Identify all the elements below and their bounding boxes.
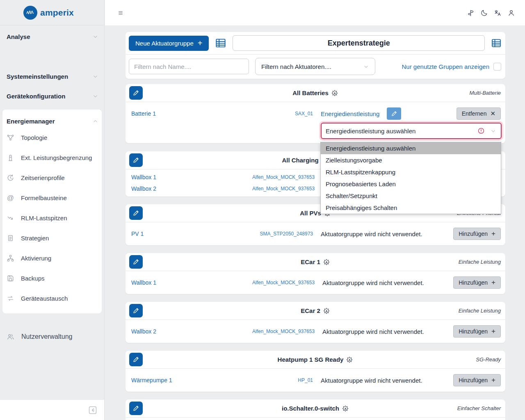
- filter-name-input[interactable]: [129, 59, 249, 74]
- actuator-name-link[interactable]: Wallbox 2: [131, 185, 252, 192]
- dropdown-option[interactable]: Prognosebasiertes Laden: [321, 178, 501, 190]
- only-used-groups-label[interactable]: Nur genutzte Gruppen anzeigen: [402, 63, 489, 70]
- dropdown-option[interactable]: RLM-Lastspitzenkappung: [321, 166, 501, 178]
- filter-actuators-select[interactable]: Filtern nach Aktuatoren....: [255, 58, 375, 75]
- group-body: Wärmepumpe 1 HP_01 Aktuatorgruppe wird n…: [126, 369, 505, 392]
- gear-a-badge-icon: [342, 405, 349, 412]
- actuator-name-link[interactable]: Wallbox 1: [131, 279, 252, 286]
- dropdown-option[interactable]: Schalter/Setzpunkt: [321, 190, 501, 202]
- group-card-ecar-2: ECar 2 Einfache Leistung Wallbox 2 Alfen…: [126, 302, 505, 343]
- sidebar-footer: [0, 400, 104, 420]
- group-card-ecar-1: ECar 1 Einfache Leistung Wallbox 1 Alfen…: [126, 253, 505, 294]
- actuator-row: Wallbox 1 Alfen_Mock_MOCK_937653 Aktuato…: [131, 275, 501, 290]
- close-icon: ✕: [490, 110, 495, 117]
- add-button[interactable]: Hinzufügen +: [453, 276, 501, 289]
- pencil-icon: [132, 89, 139, 96]
- collapse-sidebar-icon[interactable]: [88, 405, 98, 415]
- group-status-text: Aktuatorgruppe wird nicht verwendet.: [322, 279, 424, 286]
- formula-icon: @: [7, 194, 14, 202]
- sidebar-section-systemeinstellungen[interactable]: Systemeinstellungen: [0, 70, 104, 83]
- device-id-link[interactable]: SAX_01: [252, 111, 313, 116]
- topbar-icons: [467, 9, 515, 17]
- remove-button[interactable]: Entfernen ✕: [457, 107, 501, 120]
- dropdown-option[interactable]: Zielleistungsvorgabe: [321, 154, 501, 166]
- pencil-icon: [391, 110, 397, 117]
- sidebar-section-analyse[interactable]: Analyse: [0, 30, 104, 43]
- group-type-label: Einfache Leistung: [456, 259, 501, 265]
- dark-mode-moon-icon[interactable]: [480, 9, 488, 17]
- load-peak-arrow-icon: [7, 214, 14, 222]
- group-header: ECar 1 Einfache Leistung: [126, 253, 505, 271]
- edit-group-button[interactable]: [129, 206, 143, 220]
- edit-group-button[interactable]: [129, 304, 143, 317]
- actuator-name-link[interactable]: Wallbox 2: [131, 328, 252, 335]
- sidebar-item-backups[interactable]: Backups: [2, 268, 102, 288]
- new-actuator-group-button[interactable]: Neue Aktuatorgruppe +: [129, 36, 209, 51]
- sidebar-item-topologie[interactable]: Topologie: [2, 128, 102, 148]
- pencil-icon: [132, 258, 139, 265]
- group-title: io.Schalter.0-switch: [126, 405, 505, 412]
- actuator-row: PV 1 SMA_STP2050_248973 Aktuatorgruppe w…: [131, 226, 501, 241]
- actuator-name-link[interactable]: Batterie 1: [131, 110, 252, 117]
- logo: amperix: [0, 0, 104, 25]
- menu-icon[interactable]: [118, 9, 124, 16]
- add-button[interactable]: Hinzufügen +: [453, 325, 501, 338]
- actuator-name-link[interactable]: PV 1: [131, 231, 252, 237]
- sidebar-item-geraeteaustausch[interactable]: Geräteaustausch: [2, 288, 102, 308]
- device-id-link[interactable]: HP_01: [252, 377, 313, 383]
- sidebar-item-ext-leistungsbegrenzung[interactable]: Ext. Leistungsbegrenzung: [2, 148, 102, 168]
- user-account-icon[interactable]: [507, 9, 515, 17]
- edit-group-button[interactable]: [129, 353, 143, 366]
- group-title: Heatpump 1 SG Ready: [126, 356, 505, 363]
- strategy-name-input[interactable]: [233, 35, 485, 51]
- energy-service-select[interactable]: Energiedienstleistung auswählen: [321, 123, 502, 139]
- device-id-link[interactable]: Alfen_Mock_MOCK_937653: [252, 186, 315, 192]
- device-id-link[interactable]: Alfen_Mock_MOCK_937653: [252, 280, 315, 285]
- sidebar-item-zeitserienprofile[interactable]: Zeitserienprofile: [2, 168, 102, 188]
- device-id-link[interactable]: SMA_STP2050_248973: [252, 231, 313, 237]
- device-id-link[interactable]: Alfen_Mock_MOCK_937653: [252, 174, 315, 180]
- edit-service-button[interactable]: [387, 107, 401, 120]
- strategies-document-icon: [7, 234, 14, 242]
- brand-name: amperix: [40, 8, 74, 18]
- group-card-heatpump-1: Heatpump 1 SG Ready SG-Ready Wärmepumpe …: [126, 351, 505, 392]
- table-view-icon[interactable]: [215, 37, 227, 49]
- language-translate-icon[interactable]: [494, 9, 502, 17]
- edit-group-button[interactable]: [129, 86, 143, 100]
- sidebar-section-energiemanager[interactable]: Energiemanager: [2, 114, 102, 128]
- group-card-all-batteries: All Batteries Multi-Batterie Batterie 1 …: [126, 84, 505, 143]
- only-used-groups: Nur genutzte Gruppen anzeigen: [402, 63, 501, 71]
- chevron-down-icon: [92, 73, 98, 80]
- group-body: PV 1 SMA_STP2050_248973 Aktuatorgruppe w…: [126, 222, 505, 245]
- sidebar-section-geraetekonfiguration[interactable]: Gerätekonfiguration: [0, 89, 104, 103]
- add-button[interactable]: Hinzufügen +: [453, 374, 501, 386]
- edit-group-button[interactable]: [129, 153, 143, 167]
- only-used-groups-checkbox[interactable]: [493, 63, 501, 71]
- energy-service-link[interactable]: Energiedienstleistung: [321, 110, 379, 117]
- sidebar-item-strategien[interactable]: Strategien: [2, 228, 102, 248]
- group-header: All Batteries Multi-Batterie: [126, 84, 505, 102]
- toolbar-row-filters: Filtern nach Aktuatoren.... Nur genutzte…: [126, 55, 505, 79]
- sidebar-panel-energiemanager: Energiemanager Topologie Ext. Leistungsb…: [2, 110, 102, 313]
- table-view-icon[interactable]: [491, 37, 502, 49]
- sidebar-item-aktivierung[interactable]: Aktivierung: [2, 248, 102, 268]
- sidebar-item-nutzerverwaltung[interactable]: Nutzerverwaltung: [0, 333, 104, 341]
- sidebar-item-rlm-lastspitzen[interactable]: RLM-Lastspitzen: [2, 208, 102, 228]
- sidebar-item-formelbausteine[interactable]: @ Formelbausteine: [2, 188, 102, 208]
- energy-service-dropdown: Energiedienstleistung auswählen Zielleis…: [320, 142, 501, 214]
- group-body: Eingang/Ausgang Schalter Aktuatorgruppe …: [126, 418, 505, 420]
- device-id-link[interactable]: Alfen_Mock_MOCK_937653: [252, 329, 315, 334]
- add-button[interactable]: Hinzufügen +: [453, 228, 501, 240]
- dropdown-option[interactable]: Energiedienstleistung auswählen: [321, 142, 501, 154]
- signpost-icon[interactable]: [467, 9, 475, 17]
- actuator-name-link[interactable]: Wärmepumpe 1: [131, 377, 252, 383]
- dropdown-option[interactable]: Preisabhängiges Schalten: [321, 202, 501, 214]
- actuator-name-link[interactable]: Wallbox 1: [131, 174, 252, 180]
- plus-icon: +: [491, 278, 495, 287]
- edit-group-button[interactable]: [129, 255, 143, 269]
- edit-group-button[interactable]: [129, 402, 143, 415]
- pencil-icon: [132, 356, 139, 363]
- group-type-label: Einfacher Schalter: [455, 405, 501, 411]
- chevron-down-icon: [92, 93, 98, 99]
- group-header: ECar 2 Einfache Leistung: [126, 302, 505, 320]
